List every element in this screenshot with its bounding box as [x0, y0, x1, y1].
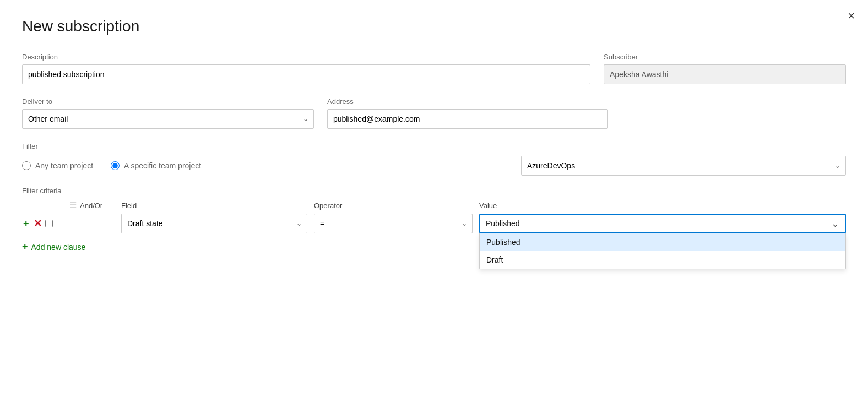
field-header: Field	[121, 201, 137, 210]
description-input[interactable]	[22, 64, 590, 84]
subscriber-label: Subscriber	[604, 53, 846, 61]
new-subscription-dialog: × New subscription Description Subscribe…	[0, 0, 868, 393]
add-clause-icon-btn[interactable]: +	[22, 217, 30, 230]
address-input[interactable]	[327, 109, 608, 129]
close-button[interactable]: ×	[848, 10, 855, 22]
add-new-clause-button[interactable]: + Add new clause	[22, 241, 85, 253]
subscriber-value: Apeksha Awasthi	[604, 64, 846, 84]
dropdown-item-draft[interactable]: Draft	[480, 251, 845, 269]
add-clause-plus-icon: +	[22, 241, 28, 253]
field-select[interactable]: Draft state	[121, 214, 307, 233]
project-select[interactable]: AzureDevOps Project2 Project3	[521, 156, 846, 176]
value-current: Published	[486, 219, 825, 228]
deliver-to-label: Deliver to	[22, 97, 314, 106]
specific-project-radio[interactable]	[111, 161, 120, 170]
filter-label: Filter	[22, 142, 846, 150]
operator-header: Operator	[314, 201, 342, 210]
address-label: Address	[327, 97, 608, 106]
remove-clause-btn[interactable]: ✕	[32, 217, 43, 230]
any-project-label: Any team project	[35, 161, 93, 170]
add-clause-label: Add new clause	[31, 243, 86, 252]
clause-checkbox[interactable]	[45, 220, 53, 227]
value-dropdown: Published Draft	[479, 233, 846, 269]
specific-project-label: A specific team project	[124, 161, 201, 170]
value-chevron-icon: ⌄	[831, 217, 839, 230]
and-or-header: And/Or	[80, 201, 102, 210]
operator-select[interactable]: =	[314, 214, 473, 233]
description-label: Description	[22, 53, 590, 61]
value-select[interactable]: Published ⌄	[479, 214, 846, 233]
deliver-to-select[interactable]: Other email Team member Group	[22, 109, 314, 129]
any-project-radio[interactable]	[22, 161, 31, 170]
list-icon: ☰	[69, 200, 77, 210]
value-header: Value	[479, 201, 497, 210]
dialog-title: New subscription	[22, 18, 846, 35]
filter-criteria-label: Filter criteria	[22, 187, 846, 195]
dropdown-item-published[interactable]: Published	[480, 233, 845, 251]
